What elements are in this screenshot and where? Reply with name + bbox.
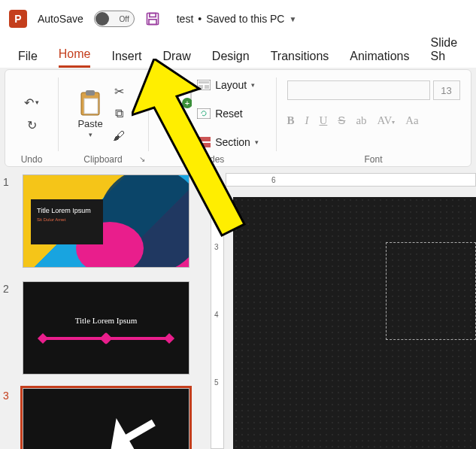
redo-button[interactable]: ↻ (21, 116, 42, 134)
thumb1-sub: Sit Dolor Amet (37, 217, 97, 222)
slide-thumbnail-3[interactable] (23, 388, 189, 449)
ribbon-tabs: File Home Insert Draw Design Transitions… (0, 38, 476, 68)
ruler-tick: 5 (214, 378, 219, 387)
thumb1-title: Title Lorem Ipsum (37, 207, 97, 214)
svg-rect-12 (199, 85, 203, 89)
tab-transitions[interactable]: Transitions (271, 50, 329, 68)
group-label-undo: Undo (21, 154, 43, 165)
svg-rect-13 (205, 85, 209, 89)
svg-marker-17 (83, 403, 165, 449)
new-slide-label: New Slide (169, 113, 189, 134)
svg-rect-14 (197, 108, 211, 119)
toggle-knob (96, 12, 109, 26)
section-button[interactable]: Section ▾ (197, 132, 259, 153)
tab-file[interactable]: File (18, 50, 38, 68)
layout-label: Layout (215, 79, 247, 91)
doc-name: test (177, 13, 194, 25)
slide-thumbnails: 1 Title Lorem IpsumSit Dolor Amet 2 Titl… (0, 167, 211, 449)
italic-button[interactable]: I (305, 114, 309, 127)
vertical-ruler: 3 4 5 (211, 197, 224, 449)
group-font: B I U S ab A͏V▾ Aa Font (276, 70, 471, 166)
slide-thumbnail-2[interactable]: Title Lorem Ipsum (23, 281, 189, 375)
group-label-slides: Slides (200, 154, 225, 165)
character-spacing-button[interactable]: A͏V▾ (377, 114, 396, 127)
tab-insert[interactable]: Insert (111, 50, 141, 68)
thumb-row-3: 3 (3, 388, 208, 449)
chevron-down-icon: ▾ (177, 135, 181, 143)
chevron-down-icon: ▼ (289, 15, 296, 23)
font-size-input[interactable] (433, 80, 460, 100)
chevron-down-icon: ▾ (89, 131, 92, 138)
svg-rect-5 (84, 99, 98, 114)
group-label-clipboard: Clipboard (83, 154, 122, 165)
undo-button[interactable]: ↶▾ (21, 93, 42, 111)
format-painter-button[interactable]: 🖌 (108, 127, 129, 145)
svg-rect-15 (197, 137, 211, 141)
chevron-down-icon: ▾ (255, 138, 259, 146)
slide-editor: 6 3 4 5 (211, 167, 476, 449)
ruler-tick: 3 (214, 243, 219, 251)
cut-button[interactable]: ✂ (108, 82, 129, 100)
thumb2-title: Title Lorem Ipsum (75, 316, 138, 325)
powerpoint-icon: P (9, 10, 27, 28)
slide-thumbnail-1[interactable]: Title Lorem IpsumSit Dolor Amet (23, 174, 189, 268)
underline-button[interactable]: U (320, 114, 328, 127)
thumb-number: 3 (3, 388, 15, 449)
horizontal-ruler: 6 (226, 173, 476, 187)
svg-rect-16 (197, 143, 211, 147)
tab-animations[interactable]: Animations (350, 50, 409, 68)
clipboard-launcher[interactable]: ↘ (139, 155, 145, 163)
tab-home[interactable]: Home (59, 47, 91, 68)
text-shadow-button[interactable]: ab (356, 114, 366, 127)
bullet: • (198, 13, 202, 25)
ruler-tick: 4 (214, 311, 219, 319)
autosave-state: Off (120, 15, 129, 23)
thumb-row-2: 2 Title Lorem Ipsum (3, 281, 208, 375)
group-undo: ↶▾ ↻ Undo (5, 70, 58, 166)
group-slides: + New Slide ▾ Layout ▾ Reset Section (148, 70, 276, 166)
bold-button[interactable]: B (287, 114, 295, 127)
reset-icon (197, 108, 211, 119)
clipboard-icon (77, 89, 104, 117)
section-label: Section (215, 136, 250, 148)
paste-button[interactable]: Paste ▾ (77, 89, 104, 138)
group-label-font: Font (364, 154, 382, 165)
tab-slideshow[interactable]: Slide Sh (430, 36, 458, 68)
thumb-number: 2 (3, 281, 15, 375)
strikethrough-button[interactable]: S (338, 114, 345, 127)
title-bar: P AutoSave Off test • Saved to this PC ▼ (0, 0, 476, 38)
svg-text:+: + (185, 99, 189, 108)
autosave-toggle[interactable]: Off (94, 11, 135, 27)
ruler-tick: 6 (271, 176, 276, 184)
ribbon: ↶▾ ↻ Undo Paste ▾ ✂ ⧉ 🖌 Clipboard ↘ (5, 69, 471, 167)
svg-rect-7 (169, 89, 189, 93)
content-placeholder[interactable] (386, 242, 476, 340)
paste-label: Paste (77, 118, 102, 129)
copy-button[interactable]: ⧉ (108, 105, 129, 123)
layout-icon (197, 80, 211, 90)
new-slide-icon: + (165, 84, 193, 111)
svg-rect-2 (149, 20, 156, 25)
reset-label: Reset (215, 108, 243, 120)
autosave-label: AutoSave (38, 13, 83, 25)
layout-button[interactable]: Layout ▾ (197, 74, 255, 96)
font-name-input[interactable] (287, 80, 430, 100)
tab-design[interactable]: Design (212, 50, 250, 68)
svg-rect-1 (150, 14, 156, 17)
reset-button[interactable]: Reset (197, 103, 243, 124)
save-status: Saved to this PC (206, 13, 284, 25)
slide-canvas[interactable] (233, 197, 476, 449)
thumb-row-1: 1 Title Lorem IpsumSit Dolor Amet (3, 174, 208, 268)
change-case-button[interactable]: Aa (405, 114, 419, 127)
save-icon[interactable] (145, 11, 160, 26)
thumb-number: 1 (3, 174, 15, 268)
svg-rect-4 (86, 90, 95, 96)
document-title[interactable]: test • Saved to this PC ▼ (177, 13, 297, 25)
section-icon (197, 137, 211, 147)
chevron-down-icon: ▾ (251, 81, 255, 89)
svg-rect-11 (199, 81, 209, 83)
group-clipboard: Paste ▾ ✂ ⧉ 🖌 Clipboard ↘ (58, 70, 148, 166)
workspace: 1 Title Lorem IpsumSit Dolor Amet 2 Titl… (0, 167, 476, 449)
tab-draw[interactable]: Draw (162, 50, 190, 68)
new-slide-button[interactable]: + New Slide ▾ (165, 84, 193, 143)
